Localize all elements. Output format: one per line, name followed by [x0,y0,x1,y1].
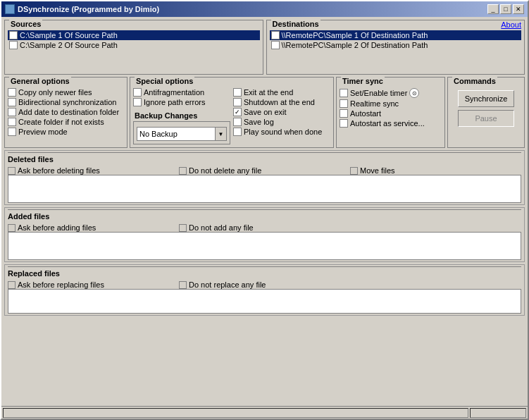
source-path-1-text: C:\Sample 1 Of Source Path [20,31,118,39]
dest-path-1-text: \\RemotePC\Sample 1 Of Destination Path [282,31,428,39]
dest-path-1[interactable]: \\RemotePC\Sample 1 Of Destination Path [270,30,522,40]
option-create-folder: Create folder if not exists [8,117,124,127]
option-save-exit-checkbox[interactable] [233,108,242,116]
commands-group: Commands Synchronize Pause [447,77,525,148]
deleted-no-delete-checkbox[interactable] [179,167,187,175]
option-add-date-label: Add date to destination folder [18,108,119,116]
option-save-log-label: Save log [244,118,274,126]
option-add-date-checkbox[interactable] [8,108,16,116]
option-save-log: Save log [233,117,330,127]
replaced-files-list [8,289,521,314]
option-realtime-checkbox[interactable] [340,99,348,108]
backup-changes-border: No Backup ▼ [133,121,230,144]
dest-path-2-text: \\RemotePC\Sample 2 Of Destination Path [282,41,428,49]
source-path-2-checkbox[interactable] [9,41,18,49]
option-ignore-path: Ignore path errors [133,97,230,107]
sources-group: Sources C:\Sample 1 Of Source Path C:\Sa… [4,20,263,75]
option-play-sound-label: Play sound when done [244,128,322,136]
window-title: DSynchronize (Programmed by Dimio) [18,5,159,13]
added-ask-checkbox[interactable] [8,224,15,232]
option-create-folder-checkbox[interactable] [8,118,16,126]
statusbar [1,406,528,419]
deleted-move-label: Move files [360,166,395,175]
option-save-log-checkbox[interactable] [233,118,242,126]
option-exit-end-checkbox[interactable] [233,88,242,97]
close-button[interactable]: ✕ [513,4,524,14]
replaced-files-section: Replaced files Ask before replacing file… [4,264,525,316]
added-files-group: Added files Ask before adding files Do n… [4,207,525,262]
added-files-label: Added files [8,209,521,222]
minimize-button[interactable]: _ [487,4,499,14]
options-row: General options Copy only newer files Bi… [4,77,525,148]
maximize-button[interactable]: □ [500,4,511,14]
dest-path-2[interactable]: \\RemotePC\Sample 2 Of Destination Path [270,40,522,50]
backup-select-arrow[interactable]: ▼ [215,128,226,140]
option-exit-end-label: Exit at the end [244,88,293,97]
general-options-label: General options [9,77,71,85]
statusbar-secondary [470,408,526,418]
option-shutdown-label: Shutdown at the end [244,98,315,106]
option-shutdown-checkbox[interactable] [233,98,242,106]
top-row: Sources C:\Sample 1 Of Source Path C:\Sa… [4,20,525,75]
backup-select-value: No Backup [137,129,215,139]
option-realtime: Realtime sync [340,99,442,109]
deleted-move-checkbox[interactable] [350,167,358,175]
source-path-1-checkbox[interactable] [9,31,18,39]
option-antifrag-checkbox[interactable] [133,88,142,97]
deleted-files-group: Deleted files Ask before deleting files … [4,150,525,205]
option-copy-newer-label: Copy only newer files [18,88,92,97]
pause-button[interactable]: Pause [458,110,514,127]
commands-label: Commands [452,77,497,85]
deleted-ask-option: Ask before deleting files [8,166,179,175]
option-autostart: Autostart [340,109,442,118]
option-autostart-checkbox[interactable] [340,109,348,118]
timer-sync-label: Timer sync [341,77,385,85]
replaced-no-replace-option: Do not replace any file [179,280,350,289]
titlebar-buttons: _ □ ✕ [487,4,524,14]
option-play-sound-checkbox[interactable] [233,128,242,136]
replaced-ask-checkbox[interactable] [8,281,15,289]
added-files-list [8,232,521,260]
deleted-no-delete-option: Do not delete any file [179,166,350,175]
replaced-ask-option: Ask before replacing files [8,280,179,289]
added-no-add-checkbox[interactable] [179,224,187,232]
option-preview-label: Preview mode [18,128,68,136]
deleted-ask-checkbox[interactable] [8,167,15,175]
statusbar-main [3,408,468,418]
app-icon [5,4,15,14]
added-no-add-label: Do not add any file [189,223,254,232]
option-autostart-label: Autostart [350,109,381,118]
added-ask-label: Ask before adding files [18,223,96,232]
option-copy-newer-checkbox[interactable] [8,88,16,97]
added-ask-option: Ask before adding files [8,223,179,232]
option-ignore-path-checkbox[interactable] [133,98,142,106]
option-realtime-label: Realtime sync [350,99,399,108]
option-exit-end: Exit at the end [233,87,330,97]
source-path-1[interactable]: C:\Sample 1 Of Source Path [8,30,260,40]
replaced-ask-label: Ask before replacing files [18,280,104,289]
titlebar: DSynchronize (Programmed by Dimio) _ □ ✕ [1,1,528,17]
backup-select[interactable]: No Backup ▼ [137,127,227,141]
deleted-files-list [8,175,521,203]
option-set-timer-checkbox[interactable] [340,89,348,97]
dest-path-1-checkbox[interactable] [271,31,280,39]
option-preview-checkbox[interactable] [8,128,16,136]
dest-path-2-checkbox[interactable] [271,41,280,49]
synchronize-button[interactable]: Synchronize [458,90,514,107]
about-link[interactable]: About [501,20,521,29]
deleted-files-label: Deleted files [8,152,521,165]
replaced-files-options: Ask before replacing files Do not replac… [8,280,521,289]
backup-changes-section: Backup Changes No Backup ▼ [133,111,230,144]
replaced-files-label: Replaced files [8,266,521,279]
replaced-no-replace-label: Do not replace any file [189,280,266,289]
deleted-files-options: Ask before deleting files Do not delete … [8,166,521,175]
option-shutdown: Shutdown at the end [233,97,330,107]
option-bidirectional-checkbox[interactable] [8,98,16,106]
option-save-exit: Save on exit [233,107,330,117]
source-path-2[interactable]: C:\Sample 2 Of Source Path [8,40,260,50]
option-autostart-service-checkbox[interactable] [340,119,348,128]
deleted-ask-label: Ask before deleting files [18,166,100,175]
replaced-no-replace-checkbox[interactable] [179,281,187,289]
option-preview: Preview mode [8,127,124,137]
option-antifrag: Antifragmentation [133,87,230,97]
